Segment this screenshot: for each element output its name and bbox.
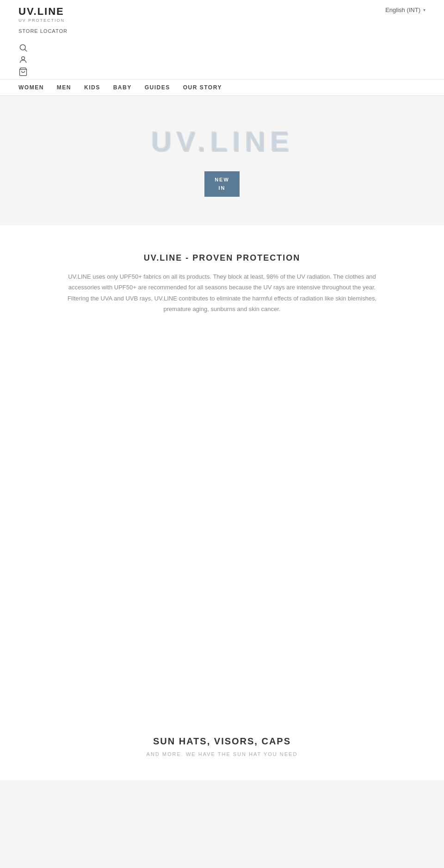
proven-title: UV.LINE - PROVEN PROTECTION	[46, 253, 398, 263]
language-selector[interactable]: English (INT) ▾	[385, 6, 426, 13]
product-gallery	[0, 338, 444, 708]
nav-baby[interactable]: BABY	[113, 84, 132, 91]
logo-tagline: UV PROTECTION	[18, 18, 65, 23]
nav-women[interactable]: WOMEN	[18, 84, 44, 91]
cart-button[interactable]	[18, 67, 426, 76]
logo-brand: UV.LINE	[18, 6, 64, 18]
cart-icon	[18, 67, 28, 76]
proven-protection-section: UV.LINE - PROVEN PROTECTION UV.LINE uses…	[0, 225, 444, 338]
hero-title: UV.LINE	[151, 125, 294, 157]
nav-ourstory[interactable]: OUR STORY	[183, 84, 222, 91]
account-icon	[18, 55, 28, 64]
nav-kids[interactable]: KIDS	[84, 84, 100, 91]
store-locator-link[interactable]: STORE LOCATOR	[18, 26, 68, 34]
proven-description: UV.LINE uses only UPF50+ fabrics on all …	[65, 271, 379, 315]
sunhats-subtitle: AND MORE. WE HAVE THE SUN HAT YOU NEED	[18, 751, 426, 757]
nav-guides[interactable]: GUIDES	[145, 84, 170, 91]
svg-point-2	[22, 56, 25, 60]
chevron-down-icon: ▾	[423, 7, 426, 12]
search-icon	[18, 43, 28, 52]
header-icons	[0, 39, 444, 79]
new-in-button[interactable]: NEWIN	[204, 171, 240, 197]
nav-bar: WOMEN MEN KIDS BABY GUIDES OUR STORY	[0, 79, 444, 96]
search-button[interactable]	[18, 43, 426, 52]
account-button[interactable]	[18, 55, 426, 64]
header-top: UV.LINE UV PROTECTION English (INT) ▾	[0, 0, 444, 26]
logo-area: UV.LINE UV PROTECTION	[18, 6, 65, 23]
nav-men[interactable]: MEN	[57, 84, 71, 91]
sunhats-title: SUN HATS, VISORS, CAPS	[18, 736, 426, 747]
svg-line-1	[25, 50, 27, 52]
svg-point-0	[20, 44, 25, 50]
sunhats-section: SUN HATS, VISORS, CAPS AND MORE. WE HAVE…	[0, 708, 444, 771]
hero-section: UV.LINE NEWIN	[0, 96, 444, 225]
language-label: English (INT)	[385, 6, 420, 13]
footer-section	[0, 780, 444, 868]
